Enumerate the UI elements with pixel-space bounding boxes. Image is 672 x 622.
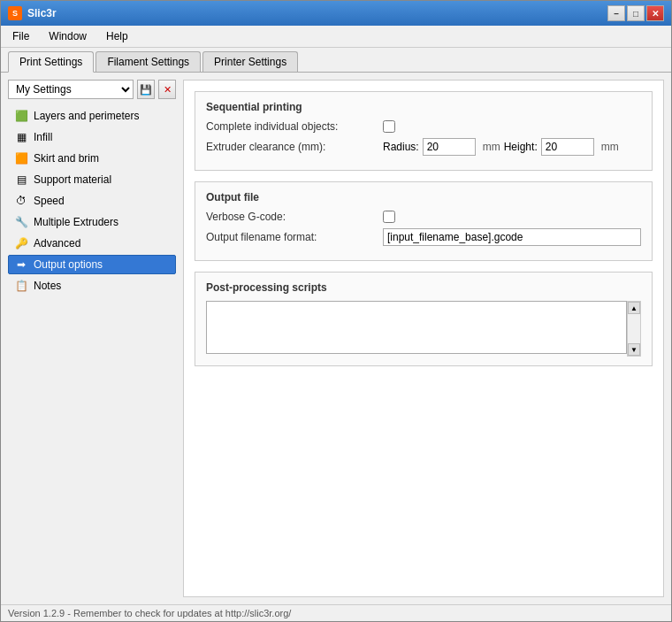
post-processing-container: ▲ ▼ [206, 301, 641, 357]
scroll-up-arrow[interactable]: ▲ [628, 302, 640, 314]
main-window: S Slic3r – □ ✕ File Window Help Print Se… [0, 0, 672, 622]
verbose-gcode-label: Verbose G-code: [206, 211, 383, 223]
output-icon: ➡ [14, 257, 28, 272]
sidebar-item-advanced-label: Advanced [34, 237, 80, 250]
output-filename-row: Output filename format: [206, 228, 641, 246]
sidebar-item-infill[interactable]: ▦ Infill [8, 127, 176, 147]
output-file-title: Output file [206, 191, 641, 203]
sidebar-item-infill-label: Infill [34, 131, 52, 143]
sidebar-item-speed-label: Speed [34, 195, 65, 207]
tab-printer-settings[interactable]: Printer Settings [202, 51, 298, 72]
sidebar-item-notes-label: Notes [34, 280, 61, 292]
menubar: File Window Help [1, 26, 671, 48]
notes-icon: 📋 [14, 279, 28, 293]
support-icon: ▤ [14, 173, 28, 187]
post-processing-textarea[interactable] [206, 301, 627, 354]
app-icon: S [8, 6, 22, 20]
textarea-scrollbar[interactable]: ▲ ▼ [627, 301, 641, 357]
tab-print-settings[interactable]: Print Settings [8, 51, 94, 73]
close-button[interactable]: ✕ [646, 5, 664, 21]
complete-objects-checkbox[interactable] [383, 120, 395, 133]
menu-window[interactable]: Window [41, 27, 95, 45]
status-text: Version 1.2.9 - Remember to check for up… [8, 608, 291, 618]
sidebar-item-advanced[interactable]: 🔑 Advanced [8, 234, 176, 253]
sidebar-item-notes[interactable]: 📋 Notes [8, 276, 176, 296]
sidebar-item-support[interactable]: ▤ Support material [8, 170, 176, 189]
complete-objects-label: Complete individual objects: [206, 120, 383, 133]
sidebar-item-output-label: Output options [34, 258, 103, 271]
sidebar: My Settings 💾 ✕ 🟩 Layers and perimeters … [8, 80, 176, 597]
tabs-bar: Print Settings Filament Settings Printer… [1, 48, 671, 73]
radius-input[interactable] [423, 138, 476, 156]
main-panel: Sequential printing Complete individual … [183, 80, 664, 597]
height-input[interactable] [541, 138, 594, 156]
extruder-clearance-label: Extruder clearance (mm): [206, 141, 383, 153]
sequential-printing-section: Sequential printing Complete individual … [195, 91, 653, 171]
maximize-button[interactable]: □ [627, 5, 645, 21]
advanced-icon: 🔑 [14, 236, 28, 250]
window-controls: – □ ✕ [607, 5, 664, 21]
infill-icon: ▦ [14, 130, 28, 144]
window-title: Slic3r [27, 7, 57, 19]
menu-file[interactable]: File [4, 27, 37, 45]
minimize-button[interactable]: – [607, 5, 625, 21]
extruders-icon: 🔧 [14, 215, 28, 229]
radius-label: Radius: [383, 141, 419, 153]
extruder-clearance-row: Extruder clearance (mm): Radius: mm Heig… [206, 138, 641, 156]
radius-group: Radius: mm Height: mm [383, 138, 619, 156]
radius-unit: mm [483, 141, 500, 153]
title-bar-left: S Slic3r [8, 6, 57, 20]
content-area: My Settings 💾 ✕ 🟩 Layers and perimeters … [1, 73, 671, 604]
sequential-printing-title: Sequential printing [206, 101, 641, 113]
sidebar-item-support-label: Support material [34, 173, 111, 186]
sidebar-item-skirt[interactable]: 🟧 Skirt and brim [8, 149, 176, 168]
sidebar-item-extruders-label: Multiple Extruders [34, 216, 118, 228]
profile-delete-button[interactable]: ✕ [158, 80, 176, 99]
post-processing-section: Post-processing scripts ▲ ▼ [195, 272, 653, 366]
output-file-section: Output file Verbose G-code: Output filen… [195, 181, 653, 261]
complete-objects-row: Complete individual objects: [206, 120, 641, 133]
verbose-gcode-checkbox[interactable] [383, 211, 395, 223]
status-bar: Version 1.2.9 - Remember to check for up… [1, 604, 671, 621]
height-label: Height: [504, 141, 538, 153]
sidebar-item-layers[interactable]: 🟩 Layers and perimeters [8, 106, 176, 126]
scroll-down-arrow[interactable]: ▼ [628, 343, 640, 356]
layers-icon: 🟩 [14, 109, 28, 123]
sidebar-item-output[interactable]: ➡ Output options [8, 255, 176, 274]
output-filename-input[interactable] [383, 228, 641, 246]
sidebar-item-skirt-label: Skirt and brim [34, 152, 99, 165]
tab-filament-settings[interactable]: Filament Settings [95, 51, 201, 72]
speed-icon: ⏱ [14, 194, 28, 208]
profile-row: My Settings 💾 ✕ [8, 80, 176, 99]
sidebar-item-layers-label: Layers and perimeters [34, 110, 139, 122]
menu-help[interactable]: Help [98, 27, 136, 45]
sidebar-item-extruders[interactable]: 🔧 Multiple Extruders [8, 212, 176, 232]
output-filename-label: Output filename format: [206, 231, 383, 243]
height-unit: mm [601, 141, 619, 153]
profile-save-button[interactable]: 💾 [137, 80, 155, 99]
verbose-gcode-row: Verbose G-code: [206, 211, 641, 223]
post-processing-title: Post-processing scripts [206, 281, 641, 294]
profile-select[interactable]: My Settings [8, 80, 134, 99]
skirt-icon: 🟧 [14, 151, 28, 165]
sidebar-item-speed[interactable]: ⏱ Speed [8, 191, 176, 211]
title-bar: S Slic3r – □ ✕ [1, 1, 671, 26]
